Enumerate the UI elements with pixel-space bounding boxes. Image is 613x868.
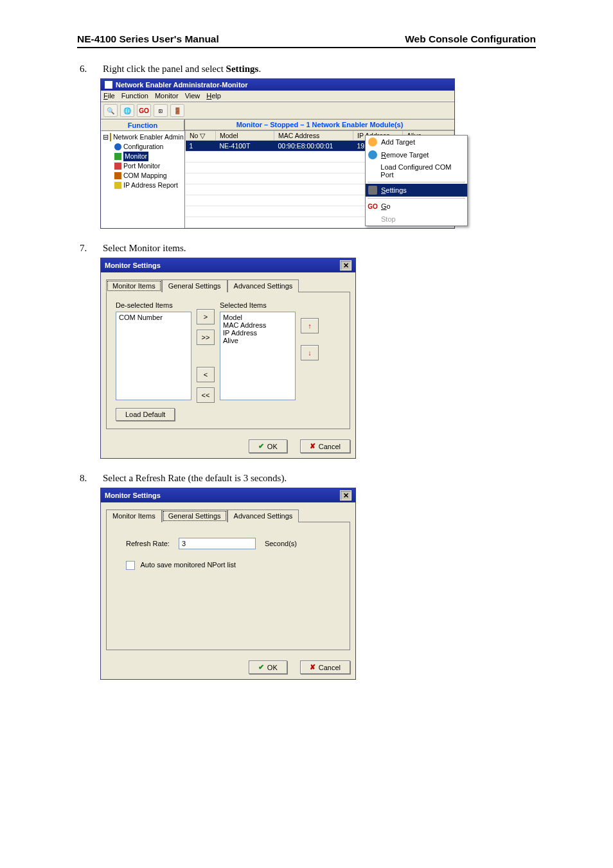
step6-text: Right click the panel and select Setting… <box>103 64 261 75</box>
admin-window: Network Enabler Administrator-Monitor Fi… <box>100 78 455 229</box>
tree-item-monitor[interactable]: Monitor <box>103 152 182 161</box>
monitor-settings-dialog-8: Monitor Settings ✕ Monitor Items General… <box>100 488 356 680</box>
list-item[interactable]: Model <box>223 314 292 321</box>
tab-monitor-items[interactable]: Monitor Items <box>106 279 162 292</box>
list-item[interactable]: MAC Address <box>223 321 292 329</box>
step7-num: 7. <box>77 243 103 254</box>
autosave-label: Auto save monitored NPort list <box>140 561 236 569</box>
dialog-title: Monitor Settings <box>105 261 161 269</box>
ok-label: OK <box>267 443 278 450</box>
move-down-button[interactable]: ↓ <box>301 345 319 360</box>
function-tree: Function ⊟Network Enabler Admin Configur… <box>101 120 185 228</box>
info-icon <box>114 143 121 150</box>
selected-listbox[interactable]: Model MAC Address IP Address Alive <box>220 312 296 400</box>
col-model[interactable]: Model <box>216 131 274 141</box>
move-up-button[interactable]: ↑ <box>301 318 319 333</box>
tab-advanced-settings[interactable]: Advanced Settings <box>227 509 299 522</box>
close-icon[interactable]: ✕ <box>340 260 351 270</box>
check-icon: ✔ <box>258 442 264 450</box>
cell-model: NE-4100T <box>216 141 274 152</box>
move-right-button[interactable]: > <box>197 309 215 324</box>
cancel-label: Cancel <box>319 664 341 671</box>
globe-icon <box>368 150 377 159</box>
ctx-separator <box>368 198 465 199</box>
tab-general-settings[interactable]: General Settings <box>162 509 227 522</box>
autosave-checkbox[interactable] <box>126 561 135 570</box>
tb-search-icon[interactable]: 🔍 <box>103 104 118 117</box>
step8-num: 8. <box>77 473 103 484</box>
ok-button[interactable]: ✔OK <box>249 439 287 453</box>
tree-item-ip-report[interactable]: IP Address Report <box>103 181 182 190</box>
move-all-left-button[interactable]: << <box>197 387 215 403</box>
x-icon: ✘ <box>310 663 315 671</box>
ctx-stop: Stop <box>366 213 467 226</box>
col-label: No <box>190 132 198 139</box>
col-mac[interactable]: MAC Address <box>274 131 353 141</box>
step6-text-bold: Settings <box>226 64 259 74</box>
tb-stop-icon[interactable]: ⦻ <box>154 104 168 117</box>
close-icon[interactable]: ✕ <box>340 490 351 500</box>
menu-monitor[interactable]: Monitor <box>155 92 179 100</box>
tab-general-settings[interactable]: General Settings <box>162 279 227 292</box>
monitor-status-header: Monitor – Stopped – 1 Network Enabler Mo… <box>185 120 454 130</box>
tb-exit-icon[interactable]: 🚪 <box>170 104 184 117</box>
ctx-label: Stop <box>381 215 396 223</box>
step8-text: Select a Refresh Rate (the default is 3 … <box>103 473 287 484</box>
tree-item-configuration[interactable]: Configuration <box>103 142 182 152</box>
header-right: Web Console Configuration <box>405 33 536 45</box>
cancel-label: Cancel <box>319 443 341 450</box>
ok-label: OK <box>267 664 278 671</box>
app-icon <box>105 81 112 89</box>
tree-root[interactable]: ⊟Network Enabler Admin <box>103 132 182 142</box>
tb-locate-icon[interactable]: 🌐 <box>120 104 134 117</box>
ctx-label: Load Configured COM Port <box>380 163 462 179</box>
ctx-label: Remove Target <box>381 151 429 159</box>
list-item[interactable]: Alive <box>223 337 292 344</box>
tree-label: IP Address Report <box>123 181 178 190</box>
move-left-button[interactable]: < <box>197 367 215 382</box>
deselected-label: De-selected Items <box>116 301 191 309</box>
menu-view[interactable]: View <box>185 92 200 100</box>
selected-label: Selected Items <box>220 301 296 309</box>
ctx-add-target[interactable]: Add Target <box>366 136 467 148</box>
tree-label: Monitor <box>123 152 148 161</box>
check-icon: ✔ <box>258 663 264 671</box>
ctx-label: Go <box>381 202 391 210</box>
cancel-button[interactable]: ✘Cancel <box>300 439 350 453</box>
monitor-settings-dialog-7: Monitor Settings ✕ Monitor Items General… <box>100 258 356 459</box>
col-no[interactable]: No ▽ <box>186 131 216 141</box>
tab-monitor-items[interactable]: Monitor Items <box>106 509 162 522</box>
load-default-button[interactable]: Load Default <box>116 408 175 421</box>
ctx-label: Settings <box>381 186 407 194</box>
list-item[interactable]: IP Address <box>223 329 292 337</box>
ip-icon <box>114 182 121 189</box>
refresh-rate-input[interactable]: 3 <box>179 538 256 549</box>
move-all-right-button[interactable]: >> <box>197 330 215 345</box>
step6-text-pre: Right click the panel and select <box>103 64 226 74</box>
function-header: Function <box>101 120 184 131</box>
list-item[interactable]: COM Number <box>119 314 188 321</box>
monitor-icon <box>114 153 121 160</box>
tb-go-icon[interactable]: GO <box>137 104 151 117</box>
deselected-listbox[interactable]: COM Number <box>116 312 191 400</box>
tree-item-com-mapping[interactable]: COM Mapping <box>103 171 182 181</box>
tab-advanced-settings[interactable]: Advanced Settings <box>227 279 299 292</box>
cell-no: 1 <box>186 141 216 152</box>
tree-label: COM Mapping <box>123 171 167 181</box>
tree-item-port-monitor[interactable]: Port Monitor <box>103 161 182 171</box>
refresh-rate-unit: Second(s) <box>265 540 297 547</box>
menu-function[interactable]: Function <box>121 92 148 100</box>
x-icon: ✘ <box>310 442 315 450</box>
ctx-remove-target[interactable]: Remove Target <box>366 148 467 161</box>
menubar: File Function Monitor View Help <box>101 91 454 102</box>
menu-help[interactable]: Help <box>206 92 221 100</box>
ctx-separator <box>368 182 465 182</box>
cancel-button[interactable]: ✘Cancel <box>300 660 350 674</box>
menu-file[interactable]: File <box>103 92 115 100</box>
ctx-settings[interactable]: Settings <box>366 184 467 197</box>
ok-button[interactable]: ✔OK <box>249 660 287 674</box>
header-left: NE-4100 Series User's Manual <box>77 33 219 45</box>
gear-icon <box>368 186 377 195</box>
ctx-load-com[interactable]: Load Configured COM Port <box>366 161 467 181</box>
ctx-go[interactable]: GOGo <box>366 200 467 213</box>
